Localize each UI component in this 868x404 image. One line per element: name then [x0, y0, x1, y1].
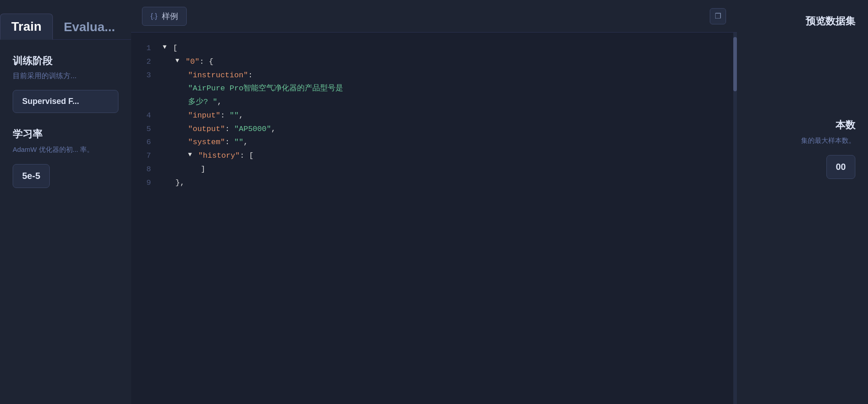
indent-5 [163, 122, 188, 136]
max-samples-desc: 集的最大样本数。 [750, 136, 855, 146]
input-val: "" [230, 109, 239, 122]
comma-9: , [180, 176, 184, 190]
colon-5: : [225, 122, 234, 136]
comma-3: , [217, 95, 222, 109]
scrollbar-thumb[interactable] [733, 37, 737, 91]
json-body: 1 2 3 3 3 4 5 6 7 8 9 ▼ [ ▼ "0" : [131, 33, 737, 404]
max-samples-value[interactable]: 00 [826, 155, 855, 179]
right-panel: 预览数据集 本数 集的最大样本数。 00 [737, 0, 868, 404]
key-instruction: "instruction" [188, 69, 248, 82]
line-num-8: 8 [131, 163, 158, 176]
copy-button[interactable]: ❐ [710, 8, 726, 24]
output-val: "AP5000" [234, 122, 271, 136]
right-bottom: 本数 集的最大样本数。 00 [750, 118, 855, 146]
line-num-2: 2 [131, 55, 158, 69]
instruction-val-2: 多少? " [188, 95, 217, 109]
comma-4: , [239, 109, 243, 122]
bracket-history: [ [249, 149, 254, 163]
indent-8 [163, 163, 201, 176]
indent-7 [163, 149, 188, 163]
colon-4: : [220, 109, 229, 122]
comma-6: , [243, 136, 248, 149]
brace-close: } [175, 176, 180, 190]
json-line-2: ▼ "0" : { [163, 55, 737, 69]
line-num-7: 7 [131, 149, 158, 163]
line-numbers: 1 2 3 3 3 4 5 6 7 8 9 [131, 33, 158, 404]
learning-rate-section: 学习率 AdamW 优化器的初... 率。 5e-5 [13, 127, 118, 188]
brace-open: { [209, 55, 213, 69]
key-output: "output" [188, 122, 225, 136]
left-panel: Train Evalua... 训练阶段 目前采用的训练方... Supervi… [0, 0, 131, 404]
indent-2 [163, 55, 175, 69]
indent-9 [163, 176, 175, 190]
colon-2: : [199, 55, 208, 69]
arrow-7: ▼ [188, 149, 192, 160]
tabs-row: Train Evalua... [0, 0, 131, 40]
key-system: "system" [188, 136, 225, 149]
training-stage-desc: 目前采用的训练方... [13, 71, 118, 81]
json-line-7: ▼ "history" : [ [163, 149, 737, 163]
line-num-9: 9 [131, 176, 158, 190]
indent-3c [163, 95, 188, 109]
colon-3: : [248, 69, 257, 82]
json-line-3b: "AirPure Pro智能空气净化器的产品型号是 [163, 82, 737, 95]
json-line-3: "instruction" : [163, 69, 737, 82]
key-0: "0" [181, 55, 199, 69]
json-line-6: "system" : "" , [163, 136, 737, 149]
line-num-1: 1 [131, 42, 158, 55]
learning-rate-title: 学习率 [13, 127, 118, 141]
indent-3b [163, 82, 188, 95]
indent-6 [163, 136, 188, 149]
left-content: 训练阶段 目前采用的训练方... Supervised F... 学习率 Ada… [0, 40, 131, 202]
copy-icon: ❐ [715, 12, 721, 20]
json-line-4: "input" : "" , [163, 109, 737, 122]
json-tab[interactable]: {.} 样例 [142, 7, 187, 26]
json-header: {.} 样例 ❐ [131, 0, 737, 33]
json-line-1: ▼ [ [163, 42, 737, 55]
json-line-5: "output" : "AP5000" , [163, 122, 737, 136]
line-num-5: 5 [131, 122, 158, 136]
json-content: ▼ [ ▼ "0" : { "instruction" : [158, 33, 737, 404]
training-stage-title: 训练阶段 [13, 54, 118, 68]
key-history: "history" [193, 149, 240, 163]
line-num-6: 6 [131, 136, 158, 149]
tab-train-label: Train [11, 19, 42, 33]
training-method-box[interactable]: Supervised F... [13, 90, 118, 113]
key-input: "input" [188, 109, 220, 122]
right-top: 预览数据集 [750, 14, 855, 28]
line-num-3: 3 [131, 69, 158, 82]
browse-dataset-title: 预览数据集 [750, 14, 855, 28]
tab-train[interactable]: Train [0, 14, 53, 40]
bracket-history-close: ] [201, 163, 205, 176]
learning-rate-desc: AdamW 优化器的初... 率。 [13, 145, 118, 155]
instruction-val-1: "AirPure Pro智能空气净化器的产品型号是 [188, 82, 343, 95]
scrollbar-track[interactable] [733, 33, 737, 404]
json-line-3c: 多少? " , [163, 95, 737, 109]
arrow-2: ▼ [175, 55, 179, 66]
learning-rate-value[interactable]: 5e-5 [13, 164, 50, 188]
bracket-open: [ [168, 42, 177, 55]
max-samples-label: 本数 [750, 118, 855, 132]
json-icon: {.} [151, 12, 157, 20]
json-line-8: ] [163, 163, 737, 176]
tab-evaluate-label: Evalua... [64, 20, 115, 34]
colon-7: : [240, 149, 249, 163]
center-panel: {.} 样例 ❐ 1 2 3 3 3 4 5 6 7 8 9 ▼ [ [131, 0, 737, 404]
tab-evaluate[interactable]: Evalua... [53, 14, 126, 40]
indent-4 [163, 109, 188, 122]
json-line-9: } , [163, 176, 737, 190]
json-tab-label: 样例 [162, 11, 178, 22]
system-val: "" [234, 136, 243, 149]
arrow-1: ▼ [163, 42, 166, 53]
indent-3 [163, 69, 188, 82]
colon-6: : [225, 136, 234, 149]
comma-5: , [271, 122, 276, 136]
line-num-4: 4 [131, 109, 158, 122]
